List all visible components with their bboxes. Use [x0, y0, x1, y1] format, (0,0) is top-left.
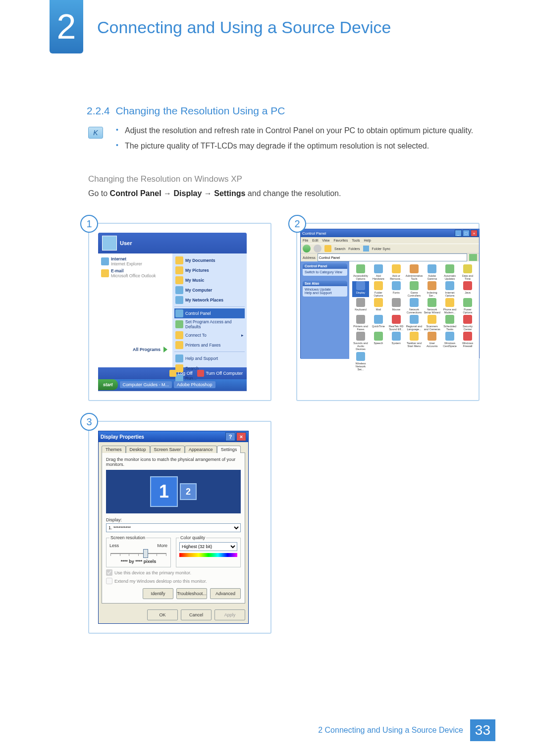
resolution-slider[interactable] — [110, 548, 166, 557]
address-input[interactable] — [318, 253, 467, 261]
apply-button[interactable]: Apply — [214, 609, 245, 620]
up-icon[interactable] — [324, 245, 331, 252]
close-button[interactable]: × — [236, 432, 246, 441]
control-panel-item[interactable]: Phone and Modem... — [441, 298, 458, 314]
start-button[interactable]: start — [98, 379, 118, 390]
toolbar-folder-sync[interactable]: Folder Sync — [372, 247, 390, 251]
control-panel-item[interactable]: Speech — [370, 332, 387, 351]
all-programs[interactable]: All Programs — [100, 344, 170, 355]
start-item-help[interactable]: Help and Support — [174, 353, 245, 363]
control-panel-item[interactable]: QuickTime — [370, 315, 387, 331]
advanced-button[interactable]: Advanced — [210, 588, 241, 599]
control-panel-item[interactable]: Regional and Language... — [406, 315, 423, 331]
menu-favorites[interactable]: Favorites — [333, 239, 348, 242]
control-panel-item[interactable]: Administrative Tools — [406, 264, 423, 280]
cp-item-icon — [445, 298, 454, 307]
monitor-arrangement[interactable]: 1 2 — [106, 470, 241, 513]
color-quality-select[interactable]: Highest (32 bit) — [179, 542, 237, 551]
minimize-button[interactable]: _ — [455, 230, 462, 237]
start-item-my-pictures[interactable]: My Pictures — [174, 265, 245, 275]
monitor-1[interactable]: 1 — [150, 476, 178, 507]
color-spectrum — [179, 553, 237, 557]
control-panel-item[interactable]: Wireless Network Set... — [352, 352, 369, 371]
start-item-internet[interactable]: InternetInternet Explorer — [100, 255, 170, 267]
control-panel-item[interactable]: RealTek HD Sound Eff... — [388, 315, 405, 331]
sidebar-help-support[interactable]: Help and Support — [305, 291, 345, 295]
slider-thumb[interactable] — [143, 549, 148, 558]
control-panel-item[interactable]: Add Hardware — [370, 264, 387, 280]
control-panel-item[interactable]: Internet Options — [441, 281, 458, 297]
go-button[interactable] — [469, 254, 477, 261]
taskbar-item[interactable]: Computer Guides - M... — [120, 381, 172, 388]
tab-appearance[interactable]: Appearance — [185, 446, 217, 453]
control-panel-item[interactable]: Folder Options — [370, 281, 387, 297]
control-panel-item[interactable]: Automatic Updates — [441, 264, 458, 280]
start-item-email[interactable]: E-mailMicrosoft Office Outlook — [100, 267, 170, 279]
control-panel-item[interactable]: Scheduled Tasks — [441, 315, 458, 331]
toolbar-search[interactable]: Search — [334, 247, 345, 251]
control-panel-item[interactable]: Java — [459, 281, 476, 297]
tab-themes[interactable]: Themes — [102, 446, 126, 453]
menu-tools[interactable]: Tools — [352, 239, 360, 242]
start-item-printers[interactable]: Printers and Faxes — [174, 340, 245, 350]
control-panel-item[interactable]: Security Center — [459, 315, 476, 331]
control-panel-item[interactable]: Printers and Faxes — [352, 315, 369, 331]
ok-button[interactable]: OK — [147, 609, 178, 620]
control-panel-item[interactable]: Adobe Gamma — [424, 264, 440, 280]
troubleshoot-button[interactable]: Troubleshoot... — [176, 588, 207, 599]
tab-screensaver[interactable]: Screen Saver — [150, 446, 185, 453]
control-panel-item[interactable]: Date and Time — [459, 264, 476, 280]
cancel-button[interactable]: Cancel — [181, 609, 212, 620]
start-item-my-computer[interactable]: My Computer — [174, 285, 245, 295]
control-panel-item[interactable]: Network Connections — [406, 298, 423, 314]
control-panel-item[interactable]: Display — [352, 281, 369, 297]
control-panel-item[interactable]: Windows Firewall — [459, 332, 476, 351]
views-icon[interactable] — [363, 246, 369, 252]
menu-view[interactable]: View — [322, 239, 329, 242]
log-off-button[interactable]: Log Off — [169, 370, 192, 377]
start-item-connect-to[interactable]: Connect To▸ — [174, 330, 245, 340]
taskbar-item[interactable]: Adobe Photoshop — [174, 381, 215, 388]
control-panel-item[interactable]: Scanners and Cameras — [424, 315, 440, 331]
control-panel-item[interactable]: Accessibility Options — [352, 264, 369, 280]
start-item-set-program-access[interactable]: Set Program Access and Defaults — [174, 318, 245, 330]
menu-bar: File Edit View Favorites Tools Help — [301, 237, 479, 244]
start-item-my-network[interactable]: My Network Places — [174, 295, 245, 305]
control-panel-item[interactable]: Sounds and Audio Devices — [352, 332, 369, 351]
forward-button[interactable] — [314, 245, 321, 252]
start-item-my-documents[interactable]: My Documents — [174, 255, 245, 265]
maximize-button[interactable]: □ — [463, 230, 470, 237]
control-panel-item[interactable]: Power Options — [459, 298, 476, 314]
control-panel-item[interactable]: User Accounts — [424, 332, 440, 351]
menu-edit[interactable]: Edit — [312, 239, 318, 242]
menu-help[interactable]: Help — [364, 239, 371, 242]
start-item-my-music[interactable]: My Music — [174, 275, 245, 285]
toolbar-folders[interactable]: Folders — [348, 247, 360, 251]
control-panel-item[interactable]: Taskbar and Start Menu — [406, 332, 423, 351]
extend-desktop-checkbox[interactable]: Extend my Windows desktop onto this moni… — [106, 578, 241, 584]
identify-button[interactable]: Identify — [143, 588, 173, 599]
control-panel-item[interactable]: Game Controllers — [406, 281, 423, 297]
control-panel-item[interactable]: Fonts — [388, 281, 405, 297]
control-panel-item[interactable]: Windows CardSpace — [441, 332, 458, 351]
control-panel-item[interactable]: Add or Remove... — [388, 264, 405, 280]
tab-settings[interactable]: Settings — [217, 446, 241, 453]
start-item-control-panel[interactable]: Control Panel — [174, 308, 245, 318]
sidebar-switch-view[interactable]: Switch to Category View — [305, 270, 345, 274]
tab-desktop[interactable]: Desktop — [126, 446, 150, 453]
control-panel-item[interactable]: Network Setup Wizard — [424, 298, 440, 314]
back-button[interactable] — [303, 245, 311, 252]
turn-off-button[interactable]: Turn Off Computer — [197, 370, 243, 377]
control-panel-item[interactable]: System — [388, 332, 405, 351]
monitor-2[interactable]: 2 — [180, 483, 197, 500]
close-button[interactable]: × — [471, 230, 478, 237]
control-panel-item[interactable]: Indexing Ser... — [424, 281, 440, 297]
primary-monitor-checkbox[interactable]: Use this device as the primary monitor. — [106, 569, 241, 576]
sidebar-windows-update[interactable]: Windows Update — [305, 288, 345, 291]
display-select[interactable]: 1. ********** — [106, 523, 241, 532]
menu-file[interactable]: File — [303, 239, 308, 242]
control-panel-item[interactable]: Mouse — [388, 298, 405, 314]
control-panel-item[interactable]: Keyboard — [352, 298, 369, 314]
control-panel-item[interactable]: Mail — [370, 298, 387, 314]
help-button[interactable]: ? — [225, 432, 235, 441]
